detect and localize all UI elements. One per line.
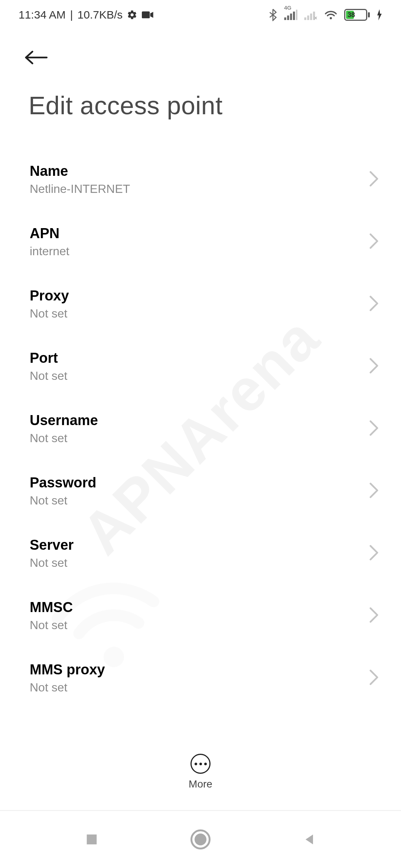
svg-text:×: × [314, 15, 317, 20]
status-right-group: 4G × 38 [268, 9, 382, 21]
chevron-right-icon [369, 607, 379, 625]
setting-value: Netline-INTERNET [30, 182, 130, 196]
svg-rect-4 [293, 11, 295, 20]
chevron-right-icon [369, 233, 379, 251]
setting-value: Not set [30, 431, 98, 445]
chevron-right-icon [369, 482, 379, 500]
setting-item-name[interactable]: NameNetline-INTERNET [0, 148, 401, 211]
wifi-icon [324, 9, 338, 20]
chevron-right-icon [369, 295, 379, 313]
square-icon [84, 832, 99, 847]
circle-icon [190, 829, 211, 849]
setting-label: Name [30, 163, 130, 179]
signal-sim1-icon: 4G [284, 10, 297, 20]
svg-rect-2 [287, 16, 289, 20]
charging-icon [376, 9, 382, 20]
chevron-right-icon [369, 358, 379, 375]
battery-percent: 38 [348, 11, 355, 19]
svg-rect-3 [290, 14, 292, 20]
status-divider: | [70, 9, 73, 21]
app-header [24, 45, 50, 70]
chevron-right-icon [369, 669, 379, 687]
svg-rect-7 [307, 16, 309, 20]
setting-item-port[interactable]: PortNot set [0, 335, 401, 398]
setting-value: internet [30, 244, 69, 258]
setting-label: Port [30, 350, 67, 366]
setting-value: Not set [30, 369, 67, 383]
setting-item-username[interactable]: UsernameNot set [0, 398, 401, 460]
chevron-right-icon [369, 545, 379, 562]
more-icon [190, 754, 211, 774]
svg-rect-0 [142, 11, 150, 19]
setting-item-mms-proxy[interactable]: MMS proxyNot set [0, 647, 401, 709]
camera-icon [142, 10, 154, 19]
setting-label: MMSC [30, 599, 73, 615]
setting-text: NameNetline-INTERNET [30, 163, 130, 196]
setting-value: Not set [30, 681, 105, 694]
battery-indicator: 38 [344, 9, 370, 21]
svg-rect-6 [304, 17, 306, 20]
svg-rect-8 [310, 14, 312, 20]
setting-item-password[interactable]: PasswordNot set [0, 460, 401, 522]
setting-text: UsernameNot set [30, 412, 98, 445]
setting-text: APNinternet [30, 226, 69, 258]
chevron-right-icon [369, 171, 379, 188]
setting-value: Not set [30, 556, 74, 570]
setting-item-server[interactable]: ServerNot set [0, 522, 401, 585]
back-button[interactable] [24, 45, 50, 70]
setting-text: PortNot set [30, 350, 67, 383]
setting-label: APN [30, 226, 69, 241]
nav-back-button[interactable] [287, 825, 332, 854]
status-net-speed: 10.7KB/s [78, 9, 123, 21]
setting-value: Not set [30, 307, 69, 320]
arrow-left-icon [24, 50, 48, 65]
status-left-group: 11:34 AM | 10.7KB/s [19, 9, 154, 21]
more-button[interactable]: More [0, 746, 401, 801]
setting-label: Password [30, 475, 97, 491]
setting-text: ProxyNot set [30, 288, 69, 320]
network-type-badge: 4G [284, 4, 291, 11]
setting-item-apn[interactable]: APNinternet [0, 211, 401, 273]
bluetooth-icon [268, 9, 277, 21]
status-bar: 11:34 AM | 10.7KB/s 4G × 38 [0, 0, 401, 30]
setting-label: Server [30, 537, 74, 553]
setting-item-mmsc[interactable]: MMSCNot set [0, 585, 401, 647]
setting-label: Proxy [30, 288, 69, 304]
setting-item-proxy[interactable]: ProxyNot set [0, 273, 401, 335]
signal-sim2-icon: × [304, 10, 317, 20]
setting-label: MMS proxy [30, 662, 105, 678]
svg-rect-5 [296, 10, 297, 20]
chevron-right-icon [369, 420, 379, 438]
setting-label: Username [30, 412, 98, 428]
settings-list: NameNetline-INTERNETAPNinternetProxyNot … [0, 148, 401, 751]
svg-rect-12 [87, 835, 97, 845]
android-nav-bar [0, 810, 401, 868]
gear-icon [127, 10, 137, 20]
nav-recents-button[interactable] [69, 825, 114, 854]
svg-rect-1 [284, 17, 286, 20]
page-title: Edit access point [29, 91, 223, 120]
setting-text: PasswordNot set [30, 475, 97, 507]
setting-text: ServerNot set [30, 537, 74, 570]
setting-value: Not set [30, 618, 73, 632]
triangle-left-icon [302, 832, 317, 847]
nav-home-button[interactable] [178, 825, 223, 854]
setting-text: MMSCNot set [30, 599, 73, 632]
status-time: 11:34 AM [19, 9, 66, 21]
more-label: More [189, 778, 212, 790]
setting-text: MMS proxyNot set [30, 662, 105, 694]
setting-value: Not set [30, 494, 97, 507]
